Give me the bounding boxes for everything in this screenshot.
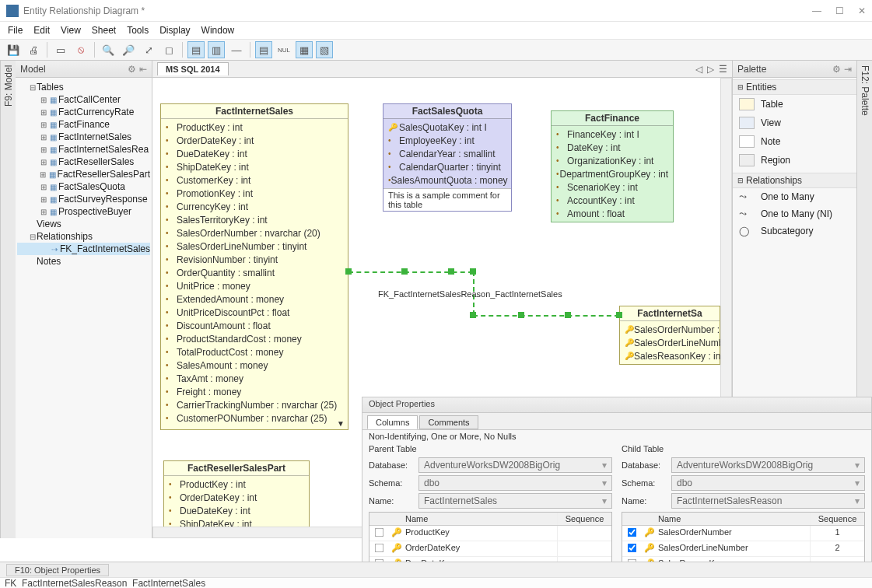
palette-item-subcategory[interactable]: ◯Subcategory <box>733 222 856 240</box>
menu-view[interactable]: View <box>61 25 81 36</box>
tree-table-item[interactable]: ⊞▦FactFinance <box>17 118 150 131</box>
tree-table-item[interactable]: ⊞▦FactResellerSalesPart <box>17 168 150 180</box>
menu-tools[interactable]: Tools <box>127 25 149 36</box>
column-checkbox[interactable] <box>375 528 384 537</box>
column-checkbox[interactable] <box>375 544 384 553</box>
entity-column: •CurrencyKey : int <box>161 200 348 213</box>
child-schema-select[interactable]: dbo▾ <box>671 475 865 491</box>
menu-display[interactable]: Display <box>159 25 190 36</box>
tree-table-item[interactable]: ⊞▦FactInternetSalesRea <box>17 143 150 156</box>
toolbar-separator <box>250 42 250 58</box>
model-tree[interactable]: ⊟Tables ⊞▦FactCallCenter⊞▦FactCurrencyRa… <box>16 78 152 271</box>
window-buttons: — ☐ ✕ <box>812 5 866 16</box>
palette-item-table[interactable]: Table <box>733 95 856 114</box>
palette-item-one-to-many-ni[interactable]: ⤳One to Many (NI) <box>733 205 856 222</box>
table-row[interactable]: 🔑SalesOrderLineNumber2 <box>622 541 864 557</box>
tree-relationship-item[interactable]: ⇢FK_FactInternetSales <box>17 243 150 255</box>
entity-column: •OrderDateKey : int <box>164 491 309 504</box>
gear-icon[interactable]: ⚙ <box>128 64 136 75</box>
parent-name-select[interactable]: FactInternetSales▾ <box>418 493 612 509</box>
display-mode-1-icon[interactable]: ▤ <box>187 41 205 58</box>
forbid-icon[interactable]: ⦸ <box>72 41 89 58</box>
tab-prev-icon[interactable]: ◁ <box>695 64 702 75</box>
tree-tables[interactable]: ⊟Tables <box>17 81 150 93</box>
child-db-select[interactable]: AdventureWorksDW2008BigOrig▾ <box>671 457 865 473</box>
table-row[interactable]: 🔑SalesOrderNumber1 <box>622 526 864 541</box>
parent-db-select[interactable]: AdventureWorksDW2008BigOrig▾ <box>418 457 612 473</box>
tree-notes[interactable]: Notes <box>17 255 150 268</box>
relationship-handle[interactable] <box>401 268 408 275</box>
toggle-null-icon[interactable]: NUL <box>275 41 292 58</box>
tree-table-item[interactable]: ⊞▦FactCurrencyRate <box>17 106 150 118</box>
toggle-3-icon[interactable]: ▦ <box>296 41 313 58</box>
relationship-line[interactable] <box>348 271 473 273</box>
tree-table-item[interactable]: ⊞▦FactInternetSales <box>17 131 150 143</box>
entity-column: •OrderDateKey : int <box>161 134 348 147</box>
relationship-handle[interactable] <box>518 312 524 318</box>
maximize-button[interactable]: ☐ <box>835 5 844 16</box>
menu-window[interactable]: Window <box>201 25 235 36</box>
tree-table-item[interactable]: ⊞▦FactResellerSales <box>17 156 150 168</box>
print-icon[interactable]: 🖨 <box>25 41 42 58</box>
palette-item-view[interactable]: View <box>733 114 856 132</box>
entity-factsalesquota[interactable]: FactSalesQuota 🔑SalesQuotaKey : int I•Em… <box>383 103 512 212</box>
entity-factinternetsalesreason[interactable]: FactInternetSa 🔑SalesOrderNumber :🔑Sales… <box>619 306 720 365</box>
menu-sheet[interactable]: Sheet <box>92 25 116 36</box>
relationship-handle[interactable] <box>470 268 476 275</box>
left-vertical-tab[interactable]: F9: Model <box>0 61 16 538</box>
zoom-out-icon[interactable]: 🔎 <box>120 41 137 58</box>
tab-comments[interactable]: Comments <box>419 415 478 429</box>
relationship-line[interactable] <box>473 315 619 317</box>
palette-item-region[interactable]: Region <box>733 151 856 170</box>
zoom-region-icon[interactable]: ◻ <box>160 41 177 58</box>
entity-title: FactInternetSales <box>161 104 348 119</box>
entity-column: •CalendarYear : smallint <box>383 147 511 160</box>
collapse-icon[interactable]: ⇤ <box>139 64 147 75</box>
menu-bar: File Edit View Sheet Tools Display Windo… <box>0 22 872 39</box>
relationship-handle[interactable] <box>616 312 622 318</box>
zoom-in-icon[interactable]: 🔍 <box>100 41 117 58</box>
entity-factfinance[interactable]: FactFinance •FinanceKey : int I•DateKey … <box>551 110 674 222</box>
palette-item-note[interactable]: Note <box>733 132 856 151</box>
tree-table-item[interactable]: ⊞▦FactSalesQuota <box>17 180 150 193</box>
collapse-icon[interactable]: ⇥ <box>844 64 852 75</box>
toggle-1-icon[interactable]: ▤ <box>255 41 272 58</box>
tab-columns[interactable]: Columns <box>367 415 418 429</box>
zoom-fit-icon[interactable]: ⤢ <box>140 41 157 58</box>
bottom-tabbar: F10: Object Properties <box>0 562 872 577</box>
tree-relationships[interactable]: ⊟Relationships <box>17 230 150 243</box>
entity-column: •ExtendedAmount : money <box>161 292 348 306</box>
tree-table-item[interactable]: ⊞▦FactSurveyResponse <box>17 193 150 205</box>
tree-table-item[interactable]: ⊞▦ProspectiveBuyer <box>17 205 150 218</box>
select-icon[interactable]: ▭ <box>52 41 69 58</box>
column-checkbox[interactable] <box>628 528 637 537</box>
tree-views[interactable]: Views <box>17 218 150 230</box>
table-row[interactable]: 🔑ProductKey <box>369 526 611 541</box>
tab-list-icon[interactable]: ☰ <box>719 64 727 75</box>
bottom-tab-object-properties[interactable]: F10: Object Properties <box>6 564 109 576</box>
menu-edit[interactable]: Edit <box>33 25 50 36</box>
tree-table-item[interactable]: ⊞▦FactCallCenter <box>17 93 150 106</box>
relationship-handle[interactable] <box>448 268 454 275</box>
palette-item-one-to-many[interactable]: ⤳One to Many <box>733 188 856 205</box>
gear-icon[interactable]: ⚙ <box>832 64 841 75</box>
save-icon[interactable]: 💾 <box>5 41 22 58</box>
relationship-handle[interactable] <box>565 312 571 318</box>
canvas-tab[interactable]: MS SQL 2014 <box>157 62 229 75</box>
table-row[interactable]: 🔑OrderDateKey <box>369 541 611 557</box>
app-icon <box>6 5 19 17</box>
entity-column: •SalesTerritoryKey : int <box>161 213 348 226</box>
menu-file[interactable]: File <box>8 25 23 36</box>
child-name-select[interactable]: FactInternetSalesReason▾ <box>671 493 865 509</box>
entity-factinternetsales[interactable]: FactInternetSales •ProductKey : int•Orde… <box>160 103 348 430</box>
parent-schema-select[interactable]: dbo▾ <box>418 475 612 491</box>
minimize-button[interactable]: — <box>812 5 821 16</box>
column-checkbox[interactable] <box>628 544 637 553</box>
display-mode-3-icon[interactable]: — <box>228 41 245 58</box>
toggle-4-icon[interactable]: ▧ <box>316 41 333 58</box>
relationship-handle[interactable] <box>345 268 352 275</box>
relationship-handle[interactable] <box>470 312 476 318</box>
close-button[interactable]: ✕ <box>858 5 866 16</box>
tab-next-icon[interactable]: ▷ <box>707 64 714 75</box>
display-mode-2-icon[interactable]: ▥ <box>208 41 225 58</box>
